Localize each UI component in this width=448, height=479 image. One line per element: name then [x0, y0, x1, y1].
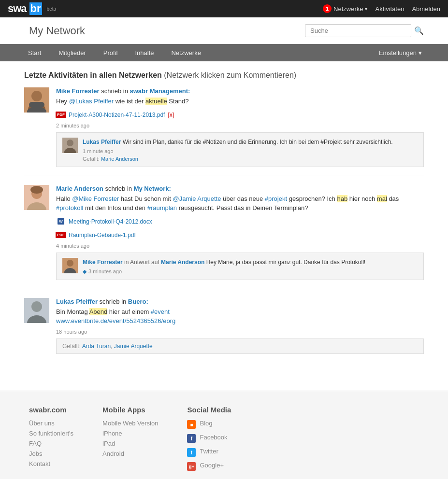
page-title: My Network: [29, 25, 85, 37]
nav-inhalte[interactable]: Inhalte: [126, 44, 162, 61]
reply-avatar: [62, 258, 78, 273]
activity-author[interactable]: Mike Forrester: [56, 87, 100, 95]
page-header: My Network 🔍: [0, 17, 448, 44]
svg-rect-4: [29, 102, 44, 108]
mention[interactable]: @Mike Forrester: [72, 195, 119, 202]
attachment-filename[interactable]: Raumplan-Gebäude-1.pdf: [69, 232, 136, 239]
svg-point-16: [31, 301, 42, 312]
reply-avatar: [62, 138, 78, 153]
activity-attachment[interactable]: PDF Projekt-A300-Notizen-47-11-2013.pdf[…: [56, 109, 424, 121]
logo-swa: swa: [8, 2, 27, 15]
liked-by-name-2[interactable]: Jamie Arquette: [114, 343, 153, 350]
activity-heading: Letzte Aktivitäten in allen Netzwerken (…: [24, 71, 424, 80]
reply-author[interactable]: Mike Forrester: [83, 259, 123, 266]
search-icon[interactable]: 🔍: [414, 26, 424, 35]
pdf-icon: PDF: [56, 109, 66, 121]
logo-area: swabr beta: [8, 2, 56, 15]
activity-heading-text: Letzte Aktivitäten in allen Netzwerken: [24, 71, 162, 79]
reply-in-response-name[interactable]: Marie Anderson: [161, 259, 204, 266]
social-link-facebook[interactable]: f Facebook: [187, 434, 231, 444]
social-link-googleplus[interactable]: g+ Google+: [187, 462, 231, 472]
avatar: [24, 87, 49, 113]
netzwerke-label[interactable]: Netzwerke: [333, 5, 363, 13]
activity-author[interactable]: Marie Anderson: [56, 185, 103, 192]
activity-attachment[interactable]: W Meeting-Protokoll-Q4-2012.docx: [56, 216, 424, 227]
activity-network[interactable]: swabr Management:: [130, 87, 190, 95]
googleplus-icon: g+: [187, 462, 196, 471]
attachment-filename[interactable]: Meeting-Protokoll-Q4-2012.docx: [69, 218, 152, 225]
activity-network[interactable]: Buero:: [128, 298, 148, 305]
search-input[interactable]: [305, 24, 411, 37]
rss-icon: ■: [187, 420, 196, 429]
activity-author[interactable]: Lukas Pfeiffer: [56, 298, 98, 305]
activity-item: Marie Anderson schrieb in My Network: Ha…: [24, 185, 424, 288]
activity-item: Mike Forrester schrieb in swabr Manageme…: [24, 87, 424, 175]
footer-brand-title: swabr.com: [29, 406, 73, 414]
social-label-blog[interactable]: Blog: [200, 420, 212, 427]
footer-col-brand: swabr.com Über uns So funktioniert's FAQ…: [29, 406, 73, 476]
nav-netzwerke[interactable]: Netzwerke: [163, 44, 210, 61]
highlight-text: aktuelle: [145, 98, 167, 105]
attachment-filename[interactable]: Projekt-A300-Notizen-47-11-2013.pdf: [69, 112, 165, 118]
activity-verb: schrieb in: [101, 87, 130, 95]
footer-link-ipad[interactable]: iPad: [102, 440, 158, 447]
svg-point-1: [31, 91, 42, 101]
einstellungen-chevron-icon: ▾: [419, 49, 422, 56]
social-label-twitter[interactable]: Twitter: [200, 448, 218, 455]
footer-link-contact[interactable]: Kontakt: [29, 460, 73, 467]
footer-link-howto[interactable]: So funktioniert's: [29, 430, 73, 437]
footer-link-jobs[interactable]: Jobs: [29, 450, 73, 457]
logo-br: br: [29, 2, 42, 15]
mention[interactable]: @Jamie Arquette: [173, 195, 221, 202]
netzwerke-chevron-icon: ▾: [365, 6, 367, 12]
logo-beta: beta: [47, 6, 56, 12]
pdf-icon: PDF: [56, 229, 66, 241]
footer-link-about[interactable]: Über uns: [29, 420, 73, 427]
activity-text: Hey @Lukas Pfeiffer wie ist der aktuelle…: [56, 97, 424, 106]
hashtag[interactable]: #projekt: [265, 195, 287, 202]
reply-time-text: 3 minutes ago: [88, 268, 122, 274]
attachment-remove[interactable]: [x]: [168, 112, 174, 118]
footer-link-android[interactable]: Android: [102, 450, 158, 457]
social-label-facebook[interactable]: Facebook: [200, 434, 227, 441]
social-label-googleplus[interactable]: Google+: [200, 462, 224, 469]
reply-author[interactable]: Lukas Pfeiffer: [83, 139, 121, 145]
footer-social-title: Social Media: [187, 406, 231, 414]
footer-link-mobile-web[interactable]: Mobile Web Version: [102, 420, 158, 427]
reply-block: Lukas Pfeiffer Wir sind im Plan, danke f…: [56, 132, 424, 167]
footer-link-faq[interactable]: FAQ: [29, 440, 73, 447]
activity-attachment-2[interactable]: PDF Raumplan-Gebäude-1.pdf: [56, 229, 424, 241]
social-link-blog[interactable]: ■ Blog: [187, 420, 231, 430]
footer-col-mobile: Mobile Apps Mobile Web Version iPhone iP…: [102, 406, 158, 476]
einstellungen-button[interactable]: Einstellungen ▾: [372, 44, 429, 61]
liked-by-name[interactable]: Marie Anderson: [101, 156, 138, 162]
activity-time: 18 hours ago: [56, 329, 424, 335]
mention[interactable]: @Lukas Pfeiffer: [69, 98, 114, 105]
abmelden-nav-item[interactable]: Abmelden: [412, 5, 440, 13]
nav-start[interactable]: Start: [19, 44, 50, 61]
footer-link-iphone[interactable]: iPhone: [102, 430, 158, 437]
notification-badge: 1: [323, 4, 332, 13]
netzwerke-nav-item[interactable]: 1 Netzwerke ▾: [323, 4, 367, 13]
activity-text: Hallo @Mike Forrester hast Du schon mit …: [56, 194, 424, 213]
activity-body: Mike Forrester schrieb in swabr Manageme…: [56, 87, 424, 167]
activity-network[interactable]: My Network:: [134, 185, 171, 192]
nav-profil[interactable]: Profil: [95, 44, 127, 61]
reply-in-response: in Antwort auf: [124, 259, 161, 266]
aktivitaeten-nav-item[interactable]: Aktivitäten: [375, 5, 404, 13]
nav-mitglieder[interactable]: Mitglieder: [50, 44, 94, 61]
search-box: 🔍: [305, 24, 424, 37]
activity-link[interactable]: www.eventbrite.de/event/5524365526/eorg: [56, 317, 175, 324]
reply-body: Mike Forrester in Antwort auf Marie Ande…: [83, 258, 418, 275]
reply-text: Wir sind im Plan, danke für die #Notizen…: [123, 139, 393, 145]
facebook-icon: f: [187, 434, 196, 443]
reply-text: Hey Marie, ja das passt mir ganz gut. Da…: [206, 259, 365, 266]
top-nav-right: 1 Netzwerke ▾ Aktivitäten Abmelden: [323, 4, 440, 13]
activity-time: 4 minutes ago: [56, 243, 424, 249]
svg-point-11: [30, 186, 43, 194]
einstellungen-label: Einstellungen: [379, 49, 417, 56]
activity-time: 2 minutes ago: [56, 123, 424, 128]
social-link-twitter[interactable]: t Twitter: [187, 448, 231, 458]
liked-by-name[interactable]: Arda Turan: [82, 343, 111, 350]
liked-by: Gefällt: Marie Anderson: [83, 156, 418, 162]
